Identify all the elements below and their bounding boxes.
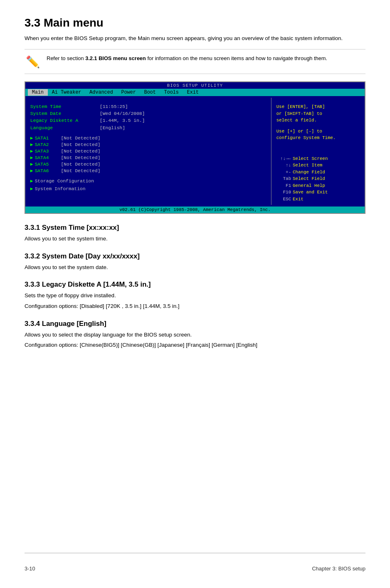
bios-system-time-value: [11:55:25] xyxy=(100,103,128,110)
note-icon: ✏️ xyxy=(25,55,41,69)
bios-menu-boot[interactable]: Boot xyxy=(140,89,160,96)
bios-key-select-screen: ↑↓→← Select Screen xyxy=(276,155,360,162)
bios-body: System Time [11:55:25] System Date [Wed … xyxy=(25,96,365,206)
bios-help-line-4: Use [+] or [-] to xyxy=(276,128,360,135)
bios-key-esc: ESC Exit xyxy=(276,196,360,203)
intro-text: When you enter the BIOS Setup program, t… xyxy=(25,34,365,43)
bios-menu-advanced[interactable]: Advanced xyxy=(85,89,117,96)
bios-panel-divider xyxy=(271,98,271,205)
bios-help-line-3: select a field. xyxy=(276,117,360,124)
bios-system-time-row: System Time [11:55:25] xyxy=(30,103,266,110)
footer-right: Chapter 3: BIOS setup xyxy=(312,566,365,572)
section-3-3-4-text2: Configuration options: [Chinese(BIG5)] [… xyxy=(25,341,365,350)
bios-menu-exit[interactable]: Exit xyxy=(183,89,203,96)
bios-sata5-row: ▶ SATA5 [Not Detected] xyxy=(30,161,266,168)
page-footer: 3-10 Chapter 3: BIOS setup xyxy=(25,553,365,572)
bios-help-line-1: Use [ENTER], [TAB] xyxy=(276,103,360,110)
bios-sata3-row: ▶ SATA3 [Not Detected] xyxy=(30,148,266,155)
note-box: ✏️ Refer to section 3.2.1 BIOS menu scre… xyxy=(25,49,365,74)
bios-title-bar: BIOS SETUP UTILITY xyxy=(25,82,365,89)
bios-sata4-row: ▶ SATA4 [Not Detected] xyxy=(30,155,266,161)
section-3-3-1-heading: 3.3.1 System Time [xx:xx:xx] xyxy=(25,224,365,232)
bios-right-panel: Use [ENTER], [TAB] or [SHIFT-TAB] to sel… xyxy=(273,98,363,205)
footer-left: 3-10 xyxy=(25,566,35,572)
bios-help-line-2: or [SHIFT-TAB] to xyxy=(276,110,360,117)
bios-menu-main[interactable]: Main xyxy=(28,89,48,96)
section-3-3-2-text: Allows you to set the system date. xyxy=(25,263,365,272)
bios-legacy-diskette-value: [1.44M, 3.5 in.] xyxy=(100,117,145,124)
section-3-3-3-text: Sets the type of floppy drive installed. xyxy=(25,291,365,300)
bios-system-date-label: System Date xyxy=(30,110,100,117)
bios-menu-tools[interactable]: Tools xyxy=(160,89,183,96)
bios-system-date-value: [Wed 04/16/2008] xyxy=(100,110,145,117)
bios-key-change-field: +- Change Field xyxy=(276,169,360,176)
section-3-3-3-text2: Configuration options: [Disabled] [720K … xyxy=(25,302,365,311)
section-3-3-4-heading: 3.3.4 Language [English] xyxy=(25,320,365,328)
bios-sata1-row: ▶ SATA1 [Not Detected] xyxy=(30,135,266,141)
bios-key-table: ↑↓→← Select Screen ↑↓ Select Item +- Cha… xyxy=(276,155,360,203)
bios-key-select-field: Tab Select Field xyxy=(276,175,360,182)
bios-menu-bar: Main Ai Tweaker Advanced Power Boot Tool… xyxy=(25,89,365,96)
bios-system-info: ▶ System Information xyxy=(30,185,266,193)
bios-legacy-diskette-row: Legacy Diskette A [1.44M, 3.5 in.] xyxy=(30,117,266,124)
bios-system-date-row: System Date [Wed 04/16/2008] xyxy=(30,110,266,117)
bios-language-row: Language [English] xyxy=(30,125,266,131)
page-title: 3.3 Main menu xyxy=(25,16,365,29)
bios-key-general-help: F1 General Help xyxy=(276,182,360,189)
bios-key-save-exit: F10 Save and Exit xyxy=(276,189,360,196)
bios-key-select-item: ↑↓ Select Item xyxy=(276,162,360,169)
section-3-3-1-text: Allows you to set the system time. xyxy=(25,234,365,243)
bios-language-value: [English] xyxy=(100,125,125,131)
section-3-3-4-text: Allows you to select the display languag… xyxy=(25,330,365,339)
bios-legacy-diskette-label: Legacy Diskette A xyxy=(30,117,100,124)
bios-screen: BIOS SETUP UTILITY Main Ai Tweaker Advan… xyxy=(25,81,365,214)
bios-footer: v02.61 (C)Copyright 1985-2008, American … xyxy=(25,206,365,213)
section-3-3-3-heading: 3.3.3 Legacy Diskette A [1.44M, 3.5 in.] xyxy=(25,281,365,289)
bios-menu-power[interactable]: Power xyxy=(117,89,140,96)
bios-left-panel: System Time [11:55:25] System Date [Wed … xyxy=(27,98,269,205)
bios-sata2-row: ▶ SATA2 [Not Detected] xyxy=(30,141,266,148)
bios-help-line-5: configure System Time. xyxy=(276,135,360,141)
bios-system-time-label: System Time xyxy=(30,103,100,110)
bios-language-label: Language xyxy=(30,125,100,131)
note-bold: 3.2.1 BIOS menu screen xyxy=(85,55,146,61)
section-3-3-2-heading: 3.3.2 System Date [Day xx/xx/xxxx] xyxy=(25,252,365,260)
bios-menu-ai-tweaker[interactable]: Ai Tweaker xyxy=(48,89,85,96)
bios-storage-config: ▶ Storage Configuration xyxy=(30,177,266,185)
note-text: Refer to section 3.2.1 BIOS menu screen … xyxy=(47,54,327,63)
bios-sata6-row: ▶ SATA6 [Not Detected] xyxy=(30,168,266,174)
